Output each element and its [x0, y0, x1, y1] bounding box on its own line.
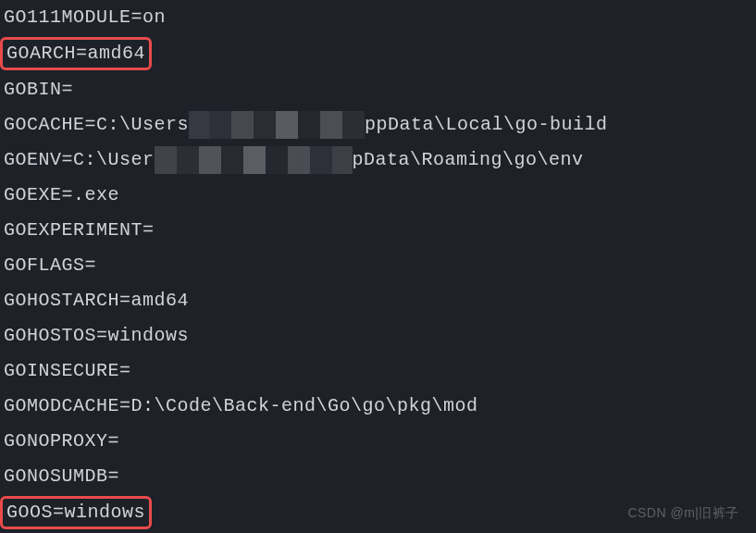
env-line-go111module: GO111MODULE=on	[0, 0, 756, 35]
env-text: GO111MODULE=on	[4, 6, 166, 28]
env-text-pre: GOCACHE=C:\Users	[4, 114, 189, 135]
env-line-gobin: GOBIN=	[0, 72, 756, 107]
env-line-gonoproxy: GONOPROXY=	[0, 424, 756, 459]
highlight-box-goos: GOOS=windows	[0, 496, 152, 529]
env-text: GOHOSTOS=windows	[4, 325, 189, 346]
env-line-gocache: GOCACHE=C:\UsersppData\Local\go-build	[0, 107, 756, 143]
env-line-gohostarch: GOHOSTARCH=amd64	[0, 283, 756, 318]
censored-region	[189, 111, 365, 139]
env-text: GOBIN=	[4, 79, 73, 100]
env-line-goinsecure: GOINSECURE=	[0, 353, 756, 389]
terminal-output: GO111MODULE=on GOARCH=amd64 GOBIN= GOCAC…	[0, 0, 756, 531]
censored-region	[155, 146, 353, 174]
env-text: GOEXPERIMENT=	[4, 219, 155, 241]
watermark: CSDN @m|旧裤子	[627, 505, 739, 522]
env-line-goexperiment: GOEXPERIMENT=	[0, 213, 756, 248]
env-line-goarch: GOARCH=amd64	[0, 35, 756, 72]
watermark-text: CSDN @m|旧裤子	[627, 505, 739, 520]
env-line-gonosumdb: GONOSUMDB=	[0, 459, 756, 494]
env-line-goexe: GOEXE=.exe	[0, 178, 756, 213]
env-text: GOINSECURE=	[4, 360, 131, 381]
env-text-post: pData\Roaming\go\env	[353, 149, 584, 170]
env-text: GOOS=windows	[6, 502, 145, 523]
env-text: GOMODCACHE=D:\Code\Back-end\Go\go\pkg\mo…	[4, 395, 478, 416]
env-line-goenv: GOENV=C:\UserpData\Roaming\go\env	[0, 143, 756, 178]
env-text: GOHOSTARCH=amd64	[4, 290, 189, 311]
env-text: GONOPROXY=	[4, 430, 119, 452]
env-line-gomodcache: GOMODCACHE=D:\Code\Back-end\Go\go\pkg\mo…	[0, 389, 756, 424]
env-text: GOARCH=amd64	[6, 43, 145, 64]
env-text: GOFLAGS=	[4, 254, 96, 276]
env-text-pre: GOENV=C:\User	[4, 149, 155, 170]
env-line-goflags: GOFLAGS=	[0, 248, 756, 283]
env-line-gohostos: GOHOSTOS=windows	[0, 318, 756, 353]
env-text: GONOSUMDB=	[4, 465, 119, 487]
env-text: GOEXE=.exe	[4, 184, 119, 205]
highlight-box-goarch: GOARCH=amd64	[0, 37, 152, 70]
env-text-post: ppData\Local\go-build	[365, 114, 608, 135]
